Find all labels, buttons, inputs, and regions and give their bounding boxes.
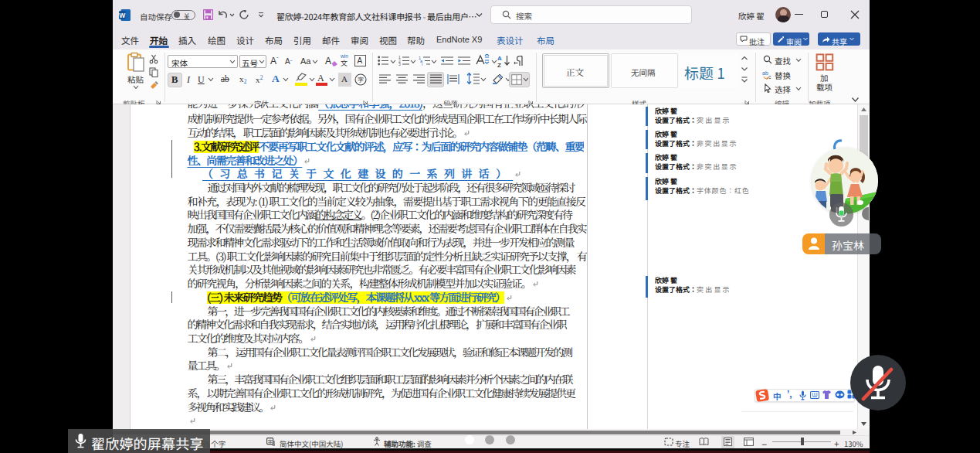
svg-text:字: 字 <box>358 75 364 83</box>
svg-text:3: 3 <box>398 62 401 66</box>
svg-text:ab: ab <box>762 70 768 76</box>
svg-text:i: i <box>422 62 422 66</box>
svg-text:c: c <box>768 74 771 80</box>
svg-text:字: 字 <box>268 438 273 445</box>
svg-text:W: W <box>119 12 126 19</box>
svg-text:Z: Z <box>497 62 501 68</box>
